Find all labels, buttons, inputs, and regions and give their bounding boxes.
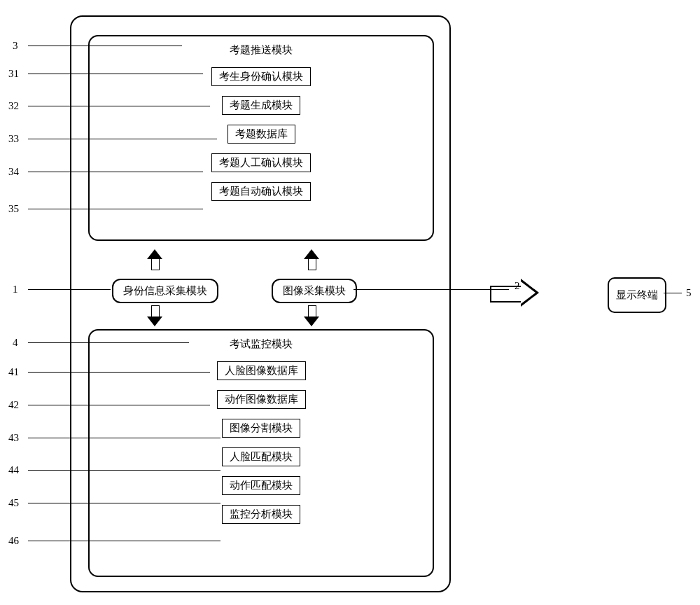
label-43: 43 bbox=[8, 432, 19, 444]
connector-line bbox=[664, 293, 682, 293]
face-image-database: 人脸图像数据库 bbox=[217, 361, 306, 380]
label-33: 33 bbox=[8, 133, 19, 145]
down-arrow-icon bbox=[304, 305, 319, 326]
action-image-database: 动作图像数据库 bbox=[217, 390, 306, 409]
action-matching-module: 动作匹配模块 bbox=[222, 476, 300, 495]
leader-line bbox=[28, 172, 203, 172]
connector-line bbox=[354, 289, 509, 290]
leader-line bbox=[28, 74, 203, 74]
label-34: 34 bbox=[8, 166, 19, 178]
leader-line bbox=[28, 106, 210, 106]
label-35: 35 bbox=[8, 203, 19, 215]
leader-line bbox=[28, 372, 210, 373]
image-collect-module: 图像采集模块 bbox=[272, 279, 357, 303]
display-terminal: 显示终端 bbox=[608, 277, 666, 313]
up-arrow-icon bbox=[304, 249, 319, 270]
question-push-module: 考题推送模块 考生身份确认模块 考题生成模块 考题数据库 考题人工确认模块 考题… bbox=[88, 35, 434, 241]
label-42: 42 bbox=[8, 399, 19, 411]
leader-line bbox=[28, 46, 182, 46]
leader-line bbox=[28, 438, 220, 438]
leader-line bbox=[28, 342, 189, 343]
label-1: 1 bbox=[13, 284, 18, 295]
label-31: 31 bbox=[8, 68, 19, 80]
label-45: 45 bbox=[8, 497, 19, 509]
face-matching-module: 人脸匹配模块 bbox=[222, 447, 300, 466]
leader-line bbox=[28, 139, 217, 139]
up-arrow-icon bbox=[147, 249, 162, 270]
label-2: 2 bbox=[514, 280, 520, 292]
leader-line bbox=[28, 209, 203, 209]
leader-line bbox=[28, 405, 210, 405]
question-generate-module: 考题生成模块 bbox=[222, 96, 300, 115]
bottom-module-title: 考试监控模块 bbox=[90, 338, 433, 351]
label-32: 32 bbox=[8, 100, 19, 112]
down-arrow-icon bbox=[147, 305, 162, 326]
label-46: 46 bbox=[8, 535, 19, 547]
question-manual-confirm-module: 考题人工确认模块 bbox=[211, 153, 311, 172]
exam-monitor-module: 考试监控模块 人脸图像数据库 动作图像数据库 图像分割模块 人脸匹配模块 动作匹… bbox=[88, 329, 434, 577]
candidate-identity-confirm-module: 考生身份确认模块 bbox=[211, 67, 311, 86]
leader-line bbox=[28, 503, 220, 503]
label-3: 3 bbox=[13, 40, 18, 52]
leader-line bbox=[28, 470, 220, 471]
label-41: 41 bbox=[8, 366, 19, 378]
identity-info-collect-module: 身份信息采集模块 bbox=[112, 279, 218, 303]
question-database: 考题数据库 bbox=[227, 125, 295, 144]
question-auto-confirm-module: 考题自动确认模块 bbox=[211, 182, 311, 201]
leader-line bbox=[28, 289, 111, 290]
label-44: 44 bbox=[8, 464, 19, 476]
label-4: 4 bbox=[13, 337, 18, 349]
monitor-analysis-module: 监控分析模块 bbox=[222, 505, 300, 524]
leader-line bbox=[28, 541, 220, 541]
image-segmentation-module: 图像分割模块 bbox=[222, 419, 300, 438]
label-5: 5 bbox=[686, 287, 692, 299]
